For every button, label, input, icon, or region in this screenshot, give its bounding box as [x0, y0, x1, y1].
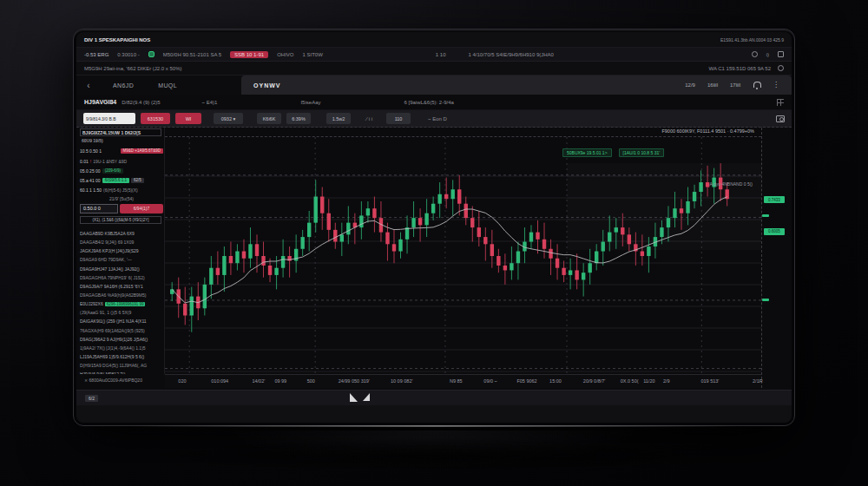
- candle-body: [431, 204, 435, 213]
- time-axis[interactable]: 020010:09414/02'09 9950024/99 050 319'10…: [165, 374, 761, 388]
- candle-body: [222, 256, 226, 275]
- candle-body: [477, 227, 481, 237]
- candle-body: [372, 208, 376, 218]
- candle-body: [615, 227, 618, 232]
- symbol-name[interactable]: HJ9AVGI84: [84, 99, 116, 105]
- watchlist-row[interactable]: DAAGAB9D K9BJ5A2A 6X9: [76, 229, 165, 238]
- symbol-search-input[interactable]: [83, 113, 135, 124]
- candle-body: [510, 263, 513, 270]
- time-tick-label: 500: [307, 378, 315, 384]
- candle-body: [248, 244, 252, 258]
- watchlist-row[interactable]: DAIGAK9I1() (259 ()H1 NJA 4(X11: [76, 317, 165, 325]
- bell-icon[interactable]: [753, 82, 760, 89]
- status-green-icon: [148, 51, 155, 57]
- tool-button-2[interactable]: 6:39%: [286, 113, 311, 124]
- kebab-menu-icon[interactable]: ⋮: [773, 82, 779, 89]
- candle-body: [216, 268, 220, 275]
- watchlist-row[interactable]: D9AGA9HJ47 1JAJ4() JAJ92(): [76, 265, 165, 273]
- candle-body: [647, 246, 650, 256]
- watchlist-row[interactable]: LJ19AJ5AH69 1)5/9.612H(9 5 6(): [76, 352, 165, 361]
- candle-body: [392, 244, 396, 251]
- watchlist-row[interactable]: JAGKJ9A6 KPJ(H [J4()J9(S29: [76, 246, 165, 255]
- candle-body: [621, 227, 624, 234]
- watchlist-row-label: HJ9AV6.9(6( M9812 7(): [80, 371, 125, 374]
- watchlist-row[interactable]: 1)9AA2/ 7X() [J(1)4,-9(6A4() 1.1)5: [76, 344, 165, 352]
- menu-item-4[interactable]: OHIVO: [277, 52, 293, 57]
- draw-tools[interactable]: ⁄ i i: [366, 116, 372, 122]
- order-toolbar: 631530 WI 0932 ▾ K6i6K 6:39% 1.5w2 ⁄ i i…: [76, 110, 792, 128]
- sell-button[interactable]: WI: [175, 113, 201, 124]
- time-tick-label: 010:094: [211, 378, 228, 384]
- tool-button-1[interactable]: K6i6K: [257, 113, 281, 124]
- app-title: DIV 1 SPESKAPAIGHI NOS: [84, 37, 150, 43]
- order-row5-value: 60.1 1 1.50: [80, 187, 102, 193]
- order-panel-title: BJ9G0IZZ4L15UW 1 D62/2(S: [80, 128, 161, 136]
- tool-button-3[interactable]: 1.5w2: [326, 113, 351, 124]
- watchlist-row[interactable]: D(H9/15A9 DG4(5() 11J9HA6(, AG: [76, 361, 165, 370]
- buy-button[interactable]: 631530: [141, 113, 170, 124]
- candle-body: [588, 263, 591, 273]
- order-row4-value: 05.a 41 00: [80, 178, 101, 183]
- back-chevron-icon[interactable]: ‹: [76, 76, 101, 95]
- watchlist-row[interactable]: DAAGAB4/2 9(J4() 69 1X09: [76, 238, 165, 246]
- indicator-label[interactable]: ~ Eon D: [428, 116, 447, 122]
- snapshot-camera-icon[interactable]: [776, 115, 785, 122]
- indicator-value-badge-2[interactable]: [1AU/1 0 10.8 5 31': [619, 148, 665, 157]
- watchlist-row[interactable]: D9AGAGH6A 79NPH19' 6( J1S2): [76, 273, 165, 282]
- watchlist-row-label: JAGKJ9A6 KPJ(H [J4()J9(S29: [80, 248, 139, 253]
- candle-body: [660, 227, 663, 237]
- watchlist-row[interactable]: E0UJ292X66296-1996996191 99: [76, 299, 165, 308]
- candle-body: [641, 252, 644, 256]
- tool-button-4[interactable]: 110: [386, 113, 411, 124]
- watchlist-row-label: (J9(AaaG 91, 1 ()(5 6 5X(9: [80, 310, 131, 315]
- candle-body: [542, 240, 546, 249]
- watchlist-row[interactable]: (J9(AaaG 91, 1 ()(5 6 5X(9: [76, 308, 165, 317]
- pin-icon[interactable]: [752, 51, 758, 57]
- nav-triangle-left-icon[interactable]: [350, 393, 358, 402]
- candle-body: [470, 218, 474, 227]
- candle-body: [229, 256, 233, 263]
- menu-item-1[interactable]: -0.53 ERG: [84, 52, 108, 57]
- candle-body: [680, 208, 683, 213]
- order-row5-note: (6(H)5-6) J5(5)(X): [103, 187, 138, 193]
- nav-triangle-right-icon[interactable]: [363, 393, 370, 401]
- price-axis[interactable]: 0.74330.6005: [761, 128, 786, 388]
- price-chart[interactable]: [165, 136, 761, 374]
- watchlist-row[interactable]: D9AGA9 6HD 79D9AK, '—: [76, 255, 165, 264]
- candle-body: [693, 192, 696, 201]
- candle-body: [628, 234, 631, 244]
- tab-2[interactable]: MUQL: [146, 76, 189, 95]
- tab-active[interactable]: OYNWV 12/9 16lill 17lill ⋮: [241, 76, 792, 95]
- help-icon[interactable]: [778, 65, 784, 71]
- layout-icon[interactable]: [778, 51, 784, 57]
- watchlist-row[interactable]: 76AGXA(H9 69(1A62A()9(5 (925): [76, 326, 165, 335]
- watchlist-row[interactable]: D9AGJ9A/7 9A16H (6.2915 '6Y1: [76, 282, 165, 291]
- menu-item-6: 1 10: [436, 52, 446, 57]
- candle-body: [582, 273, 585, 279]
- watchlist-row[interactable]: D9AG(J96A2 9 AJ(H9(1)26 J(5A6(): [76, 335, 165, 344]
- indicator-value-badge-1[interactable]: 50BUX9e 19.5.01 1>: [562, 148, 612, 157]
- candle-body: [307, 223, 311, 237]
- info-icon[interactable]: i): [766, 52, 769, 57]
- price-tick: [762, 214, 769, 217]
- candle-body: [496, 256, 500, 266]
- candle-body: [183, 304, 187, 316]
- menu-item-2[interactable]: 0.30010 -: [117, 52, 139, 57]
- watchlist-row-badge: 6296-1996996191 99: [105, 302, 146, 306]
- order-wide-button[interactable]: (X1), (1.5&6 ()(6&(M-5 (X9/1)2Y]: [80, 216, 161, 224]
- grid-layout-icon[interactable]: [777, 99, 784, 106]
- symbol-tool[interactable]: ~ E4)1: [202, 100, 218, 105]
- order-row1-badge: M9&D +1A9/5.6T&9D: [121, 148, 163, 154]
- menu-item-5[interactable]: 1 SIT0W: [302, 52, 322, 57]
- quantity-input[interactable]: 0.50.0 0: [80, 204, 118, 213]
- order-panel-subtitle: 60U9 19/5): [82, 138, 103, 143]
- order-submit-button[interactable]: 6/94(1)7: [120, 204, 163, 213]
- timeframe-badge[interactable]: 6/2: [85, 395, 98, 402]
- tab-1[interactable]: AN6JD: [101, 76, 146, 95]
- timeframe-button[interactable]: 0932 ▾: [214, 113, 243, 124]
- status-left-text: M5G9H 29aii-ina, '662 DIKEr (J2.0 x 50%): [84, 66, 182, 71]
- watchlist-row[interactable]: D9AGAGBA6 %A9(h)9(A62B9M5): [76, 291, 165, 299]
- watchlist-row[interactable]: HJ9AV6.9(6( M9812 7(): [76, 370, 165, 374]
- watchlist-row-label: D9AGJ9A/7 9A16H (6.2915 '6Y1: [80, 284, 143, 289]
- menu-item-3[interactable]: M50/0H 90.51-2101 SA 5: [163, 52, 221, 57]
